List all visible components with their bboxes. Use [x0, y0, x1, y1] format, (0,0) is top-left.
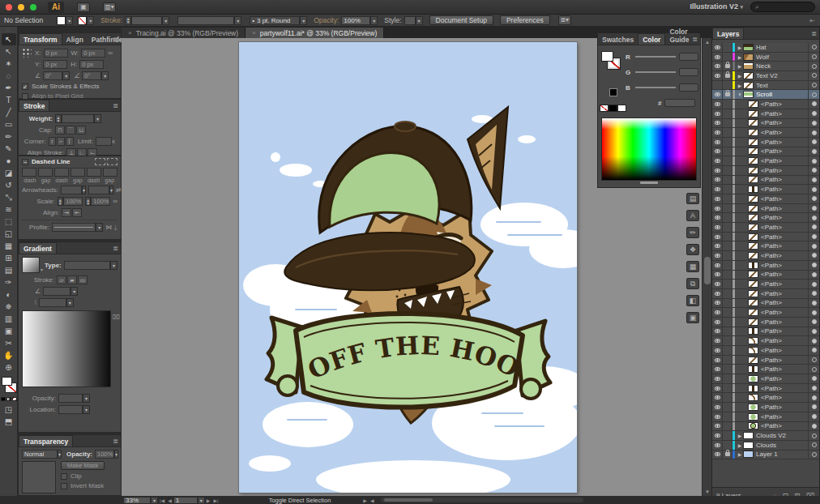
layer-name[interactable]: <Path> [761, 318, 808, 326]
y-field[interactable]: 0 px [43, 60, 67, 69]
layer-name[interactable]: <Path> [761, 214, 808, 221]
target-column[interactable] [808, 299, 819, 308]
target-column[interactable] [808, 138, 819, 147]
eyedropper-tool[interactable]: ✑ [2, 276, 16, 288]
hscroll-left-icon[interactable]: ◀ [370, 498, 374, 503]
artboard-dropdown[interactable]: ▾ [198, 497, 205, 504]
document-setup-button[interactable]: Document Setup [429, 15, 493, 25]
target-column[interactable] [808, 43, 819, 52]
spectrum-handle[interactable] [640, 182, 658, 184]
visibility-toggle[interactable] [712, 356, 723, 365]
lock-toggle[interactable] [723, 185, 732, 194]
layer-name[interactable]: <Path> [761, 242, 808, 250]
expand-arrow-icon[interactable]: ▶ [737, 73, 743, 79]
projecting-cap-button[interactable]: ⊔ [76, 126, 86, 135]
invert-mask-checkbox[interactable] [61, 483, 67, 489]
target-column[interactable] [808, 422, 819, 431]
expand-arrow-icon[interactable]: ▶ [737, 433, 743, 438]
visibility-toggle[interactable] [712, 138, 723, 147]
visibility-toggle[interactable] [712, 223, 723, 232]
layer-row-clouds[interactable]: ▶Clouds [712, 441, 819, 451]
arrowhead-end-field[interactable] [88, 186, 109, 194]
target-column[interactable] [808, 119, 819, 128]
layer-row-path[interactable]: <Path> [712, 233, 819, 242]
target-column[interactable] [808, 346, 819, 355]
target-column[interactable] [808, 308, 819, 317]
gradient-opacity-field[interactable] [58, 394, 83, 403]
target-icon[interactable] [812, 177, 817, 182]
layer-name[interactable]: Neck [756, 62, 808, 70]
link-scale-icon[interactable]: ∞ [113, 198, 117, 205]
scale-strokes-checkbox[interactable]: ✓ [22, 83, 28, 90]
magic-wand-tool[interactable]: ✶ [2, 58, 16, 70]
hex-field[interactable] [664, 99, 695, 107]
transparency-opacity-dropdown[interactable]: ▾ [114, 450, 118, 459]
layer-row-path[interactable]: <Path> [712, 100, 819, 109]
target-icon[interactable] [812, 376, 817, 381]
visibility-toggle[interactable] [712, 422, 723, 431]
arrowhead-start-dropdown[interactable]: ▾ [82, 186, 86, 194]
location-field[interactable] [58, 405, 83, 414]
expand-arrow-icon[interactable]: ▶ [737, 83, 743, 88]
fill-swatch[interactable] [57, 16, 66, 25]
target-column[interactable] [808, 223, 819, 232]
weight-dropdown[interactable]: ▾ [94, 114, 101, 123]
layer-name[interactable]: <Path> [761, 252, 808, 259]
location-dropdown[interactable]: ▾ [83, 405, 90, 414]
symbol-sprayer-tool[interactable]: ✵ [2, 301, 16, 313]
layer-name[interactable]: <Path> [761, 357, 808, 364]
layer-row-path[interactable]: <Path> [712, 403, 819, 412]
expand-arrow-icon[interactable]: ▶ [737, 63, 743, 69]
layer-row-path[interactable]: <Path> [712, 204, 819, 214]
target-column[interactable] [808, 156, 819, 165]
target-column[interactable] [808, 53, 819, 62]
target-column[interactable] [808, 62, 819, 70]
layer-name[interactable]: <Path> [761, 375, 808, 382]
layer-row-path[interactable]: <Path> [712, 156, 819, 166]
layer-row-wolf[interactable]: ▶Wolf [712, 53, 819, 62]
target-column[interactable] [808, 431, 819, 440]
visibility-toggle[interactable] [712, 147, 723, 156]
scale-tool[interactable]: ⤡ [2, 191, 16, 203]
layer-row-path[interactable]: <Path> [712, 241, 819, 251]
weight-field[interactable] [62, 114, 94, 123]
target-column[interactable] [808, 166, 819, 175]
lock-toggle[interactable] [723, 156, 732, 165]
panel-menu-icon[interactable]: ≣ [811, 30, 817, 37]
layer-row-path[interactable]: <Path> [712, 213, 819, 223]
shear-dropdown[interactable]: ▾ [101, 71, 109, 80]
target-column[interactable] [808, 251, 819, 260]
blend-mode-field[interactable]: Normal [22, 450, 58, 459]
layer-name[interactable]: <Path> [761, 337, 808, 344]
w-field[interactable]: 0 px [81, 49, 105, 58]
tab-transform[interactable]: Transform [19, 33, 62, 45]
layer-row-path[interactable]: <Path> [712, 147, 819, 157]
next-page-icon[interactable]: ▶ [207, 498, 211, 503]
workspace-switcher[interactable]: Illustration V2 ▾ [690, 2, 743, 11]
blob-brush-tool[interactable]: ● [2, 155, 16, 167]
layer-row-path[interactable]: <Path> [712, 138, 819, 147]
lock-toggle[interactable] [723, 336, 732, 345]
visibility-toggle[interactable] [712, 374, 723, 383]
target-column[interactable] [808, 412, 819, 421]
expand-arrow-icon[interactable]: ▶ [737, 54, 743, 60]
visibility-toggle[interactable] [712, 431, 723, 440]
target-column[interactable] [808, 365, 819, 374]
rotate-tool[interactable]: ↺ [2, 179, 16, 191]
stroke-weight-dropdown[interactable]: ▾ [162, 16, 169, 25]
visibility-toggle[interactable] [712, 441, 723, 450]
visibility-toggle[interactable] [712, 156, 723, 165]
target-column[interactable] [808, 176, 819, 185]
visibility-toggle[interactable] [712, 241, 723, 250]
target-column[interactable] [808, 71, 819, 80]
scale1-stepper[interactable]: ▲▼ [58, 197, 63, 206]
visibility-toggle[interactable] [712, 336, 723, 345]
limit-field[interactable] [96, 137, 112, 146]
visibility-toggle[interactable] [712, 261, 723, 270]
last-page-icon[interactable]: ▶| [213, 498, 218, 503]
color-spectrum[interactable] [601, 117, 697, 181]
selection-tool[interactable]: ↖ [2, 33, 16, 45]
mesh-tool[interactable]: ⊞ [2, 252, 16, 264]
visibility-toggle[interactable] [712, 346, 723, 355]
zoom-level-field[interactable]: 33% [123, 497, 151, 504]
